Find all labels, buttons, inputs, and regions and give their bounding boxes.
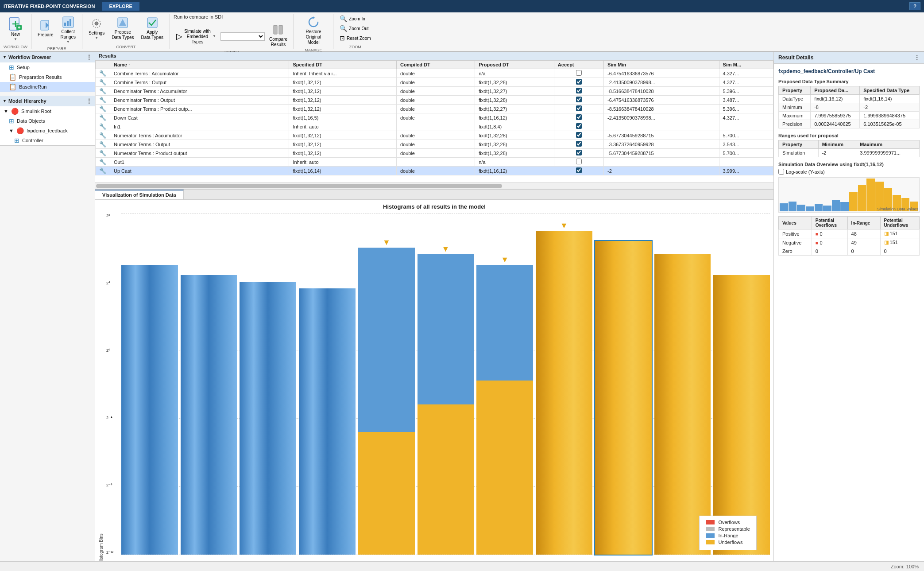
results-scrollbar-thumb[interactable] bbox=[96, 184, 502, 188]
col-name[interactable]: Name bbox=[110, 61, 289, 69]
restore-model-button[interactable]: RestoreOriginal Model bbox=[298, 14, 329, 47]
accept-checkbox[interactable] bbox=[576, 159, 582, 164]
accept-checkbox[interactable] bbox=[576, 105, 582, 111]
model-hierarchy-menu[interactable]: ⋮ bbox=[86, 97, 92, 105]
accept-checkbox[interactable] bbox=[576, 167, 582, 173]
table-row[interactable]: 🔧 Numerator Terms : Accumulator fixdt(1,… bbox=[96, 131, 773, 140]
results-table-wrap[interactable]: Name Specified DT Compiled DT Proposed D… bbox=[95, 60, 773, 183]
table-row[interactable]: 🔧 Numerator Terms : Output fixdt(1,32,12… bbox=[96, 140, 773, 149]
row-accept[interactable] bbox=[554, 122, 603, 131]
histogram-column bbox=[240, 282, 296, 555]
accept-checkbox[interactable] bbox=[576, 97, 582, 102]
accept-checkbox[interactable] bbox=[576, 79, 582, 85]
data-objects-icon: ⊞ bbox=[9, 117, 14, 124]
histogram-column bbox=[181, 275, 237, 555]
row-compiled-dt: double bbox=[396, 105, 475, 113]
propose-data-types-button[interactable]: ProposeData Types bbox=[109, 14, 136, 43]
table-row[interactable]: 🔧 Up Cast fixdt(1,16,14) double fixdt(1,… bbox=[96, 167, 773, 175]
table-row[interactable]: 🔧 Denominator Terms : Output fixdt(1,32,… bbox=[96, 96, 773, 105]
new-icon bbox=[8, 16, 23, 32]
reset-zoom-button[interactable]: ⊡ Reset Zoom bbox=[337, 34, 373, 43]
row-accept[interactable] bbox=[554, 167, 603, 175]
row-sim-min: -2.41350090378998... bbox=[604, 78, 719, 87]
col-accept[interactable]: Accept bbox=[554, 61, 603, 69]
log-scale-checkbox[interactable] bbox=[778, 169, 784, 175]
table-row[interactable]: 🔧 Denominator Terms : Product outp... fi… bbox=[96, 105, 773, 113]
row-accept[interactable] bbox=[554, 158, 603, 167]
settings-button[interactable]: Settings ▼ bbox=[86, 14, 107, 43]
row-accept[interactable] bbox=[554, 149, 603, 158]
sidebar-item-fxpdemo[interactable]: ▼ 🔴 fxpdemo_feedback bbox=[0, 126, 95, 136]
sim-table-header: Values PotentialOverflows In-Range Poten… bbox=[779, 217, 920, 229]
table-row[interactable]: 🔧 Down Cast fixdt(1,16,5) double fixdt(1… bbox=[96, 113, 773, 122]
row-accept[interactable] bbox=[554, 131, 603, 140]
summary-specified: 6.103515625e-05 bbox=[860, 120, 920, 128]
row-accept[interactable] bbox=[554, 96, 603, 105]
compare-icon bbox=[273, 25, 283, 36]
accept-checkbox[interactable] bbox=[576, 150, 582, 155]
sdi-dropdown[interactable] bbox=[220, 32, 265, 41]
zoom-out-button[interactable]: 🔍 Zoom Out bbox=[337, 24, 371, 33]
row-accept[interactable] bbox=[554, 69, 603, 78]
sidebar-item-baseline-run[interactable]: 📋 BaselineRun bbox=[0, 82, 95, 92]
row-accept[interactable] bbox=[554, 140, 603, 149]
setup-label: Setup bbox=[17, 65, 30, 70]
simulate-embedded-button[interactable]: ▷ Simulate withEmbedded Types ▼ bbox=[174, 26, 219, 47]
row-accept[interactable] bbox=[554, 87, 603, 96]
table-row[interactable]: 🔧 Numerator Terms : Product output fixdt… bbox=[96, 149, 773, 158]
sidebar-item-simulink-root[interactable]: ▼ 🔴 Simulink Root bbox=[0, 106, 95, 116]
apply-icon bbox=[146, 16, 159, 29]
row-name: Combine Terms : Accumulator bbox=[110, 69, 289, 78]
row-accept[interactable] bbox=[554, 113, 603, 122]
histogram-column: ▼ bbox=[358, 248, 415, 555]
help-button[interactable]: ? bbox=[909, 2, 920, 10]
col-specified-dt[interactable]: Specified DT bbox=[289, 61, 397, 69]
accept-checkbox[interactable] bbox=[576, 141, 582, 147]
mini-bar-2 bbox=[789, 202, 797, 211]
table-row[interactable]: 🔧 Combine Terms : Accumulator Inherit: I… bbox=[96, 69, 773, 78]
histogram-marker: ▼ bbox=[383, 238, 390, 247]
sdi-label: Run to compare in SDI bbox=[174, 14, 223, 19]
accept-checkbox[interactable] bbox=[576, 123, 582, 129]
range-minimum: -2 bbox=[818, 149, 856, 157]
histogram-column bbox=[299, 288, 356, 555]
col-compiled-dt[interactable]: Compiled DT bbox=[396, 61, 475, 69]
result-details-menu[interactable]: ⋮ bbox=[914, 54, 920, 61]
prepare-button[interactable]: Prepare bbox=[35, 14, 56, 43]
controller-icon: ⊞ bbox=[14, 137, 19, 144]
accept-checkbox[interactable] bbox=[576, 70, 582, 76]
accept-checkbox[interactable] bbox=[576, 114, 582, 120]
table-row[interactable]: 🔧 Denominator Terms : Accumulator fixdt(… bbox=[96, 87, 773, 96]
collect-ranges-button[interactable]: CollectRanges ▼ bbox=[58, 14, 78, 46]
workflow-browser-header[interactable]: ▼ Workflow Browser ⋮ bbox=[0, 52, 95, 62]
row-compiled-dt: double bbox=[396, 69, 475, 78]
sidebar-item-data-objects[interactable]: ⊞ Data Objects bbox=[0, 116, 95, 126]
ribbon-toolbar: New ▼ WORKFLOW Prepare bbox=[0, 12, 924, 51]
col-sim-max[interactable]: Sim M... bbox=[719, 61, 773, 69]
right-panel-content: fxpdemo_feedback/Controller/Up Cast Prop… bbox=[774, 64, 924, 567]
sidebar-item-setup[interactable]: ⊞ Setup bbox=[0, 62, 95, 72]
table-row[interactable]: 🔧 Combine Terms : Output fixdt(1,32,12) … bbox=[96, 78, 773, 87]
sidebar-item-preparation-results[interactable]: 📋 Preparation Results bbox=[0, 72, 95, 82]
row-accept[interactable] bbox=[554, 78, 603, 87]
zoom-in-button[interactable]: 🔍 Zoom In bbox=[337, 14, 368, 23]
mini-bar-7 bbox=[832, 200, 840, 211]
apply-data-types-button[interactable]: ApplyData Types bbox=[139, 14, 166, 43]
workflow-browser-menu[interactable]: ⋮ bbox=[86, 54, 92, 61]
model-hierarchy-header[interactable]: ▼ Model Hierarchy ⋮ bbox=[0, 96, 95, 106]
col-sim-min[interactable]: Sim Min bbox=[604, 61, 719, 69]
compare-results-button[interactable]: CompareResults bbox=[267, 23, 290, 49]
tab-visualization[interactable]: Visualization of Simulation Data bbox=[95, 190, 184, 199]
new-button[interactable]: New ▼ bbox=[4, 14, 27, 43]
table-row[interactable]: 🔧 In1 Inherit: auto fixdt(1,8,4) bbox=[96, 122, 773, 131]
accept-checkbox[interactable] bbox=[576, 88, 582, 93]
tab-active[interactable]: EXPLORE bbox=[102, 2, 139, 11]
sidebar-item-controller[interactable]: ⊞ Controller bbox=[0, 136, 95, 145]
accept-checkbox[interactable] bbox=[576, 132, 582, 138]
results-scrollbar[interactable] bbox=[95, 183, 773, 189]
col-proposed-dt[interactable]: Proposed DT bbox=[475, 61, 554, 69]
histogram-columns-wrap: ▼▼▼▼ bbox=[121, 214, 770, 563]
table-row[interactable]: 🔧 Out1 Inherit: auto n/a bbox=[96, 158, 773, 167]
convert-label-grp: CONVERT bbox=[86, 45, 166, 49]
row-accept[interactable] bbox=[554, 105, 603, 113]
